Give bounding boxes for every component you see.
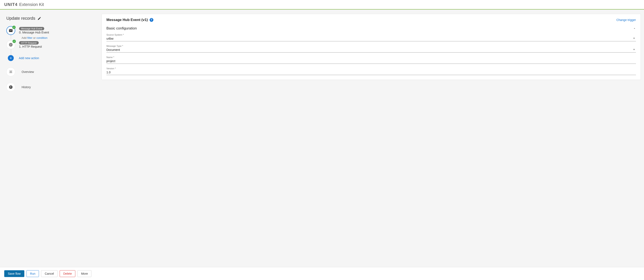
edit-title-icon[interactable]	[38, 17, 41, 20]
step-node-globe[interactable]	[6, 40, 15, 49]
product-name: Extension Kit	[19, 2, 44, 7]
connector-dotted	[11, 49, 11, 55]
source-system-input[interactable]	[106, 37, 636, 41]
field-label: Version *	[106, 67, 636, 70]
step-label: 1. HTTP Request	[19, 45, 42, 48]
overview-icon	[6, 67, 15, 76]
source-system-field[interactable]: Source System * ▼	[106, 34, 636, 41]
add-action-label[interactable]: Add new action	[19, 56, 39, 60]
add-prefix: Add	[22, 36, 26, 39]
message-type-input[interactable]	[106, 48, 636, 52]
brand-logo: UNIT4	[4, 2, 18, 7]
check-badge-icon	[12, 40, 16, 43]
section-title: Basic configuration	[106, 26, 137, 31]
step-node-envelope[interactable]	[6, 26, 15, 35]
step-badge: Message Hub Event	[19, 27, 44, 30]
version-field[interactable]: Version *	[106, 67, 636, 75]
plus-icon[interactable]	[8, 55, 14, 61]
field-label: Source System *	[106, 34, 636, 36]
section-toggle[interactable]: Basic configuration	[106, 26, 636, 31]
panel-title: Message Hub Event (v1)	[106, 18, 148, 22]
history-row[interactable]: History	[6, 83, 95, 92]
step-label: 0. Message Hub Event	[19, 31, 49, 34]
config-panel: Message Hub Event (v1) ? Change trigger …	[102, 14, 641, 80]
name-field[interactable]: Name *	[106, 56, 636, 64]
add-filter-link[interactable]: filter	[27, 36, 32, 39]
globe-icon	[9, 43, 13, 47]
add-or: or	[33, 36, 36, 39]
message-type-field[interactable]: Message Type * ▼	[106, 45, 636, 53]
history-label: History	[22, 85, 31, 89]
name-input[interactable]	[106, 59, 636, 63]
envelope-icon	[9, 28, 13, 33]
change-trigger-link[interactable]: Change trigger	[616, 18, 636, 22]
version-input[interactable]	[106, 70, 636, 74]
overview-row[interactable]: Overview	[6, 67, 95, 76]
check-badge-icon	[12, 26, 16, 29]
history-icon	[6, 83, 15, 92]
field-label: Message Type *	[106, 45, 636, 47]
add-condition-link[interactable]: condition	[36, 36, 48, 39]
add-action-row[interactable]: Add new action	[6, 55, 95, 61]
chevron-up-icon	[633, 27, 636, 30]
field-label: Name *	[106, 56, 636, 59]
flow-title: Update records	[6, 16, 35, 21]
step-badge: HTTP Request	[19, 41, 39, 45]
add-filter-row: Add filter or condition	[6, 35, 95, 40]
app-header: UNIT4 Extension Kit	[0, 0, 644, 10]
flow-sidebar: Update records Message Hub Event 0. Mess…	[0, 10, 102, 265]
help-icon[interactable]: ?	[150, 18, 154, 22]
flow-step-1[interactable]: HTTP Request 1. HTTP Request	[6, 40, 95, 49]
flow-step-0[interactable]: Message Hub Event 0. Message Hub Event	[6, 26, 95, 35]
overview-label: Overview	[22, 70, 34, 74]
